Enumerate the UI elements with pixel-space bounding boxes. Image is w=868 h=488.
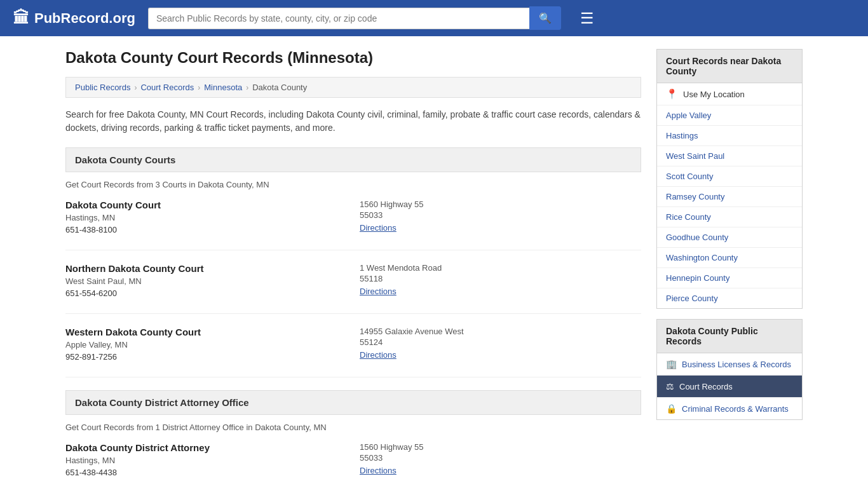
district-section-header: Dakota County District Attorney Office bbox=[65, 390, 641, 415]
sidebar-nearby-title: Court Records near Dakota County bbox=[656, 49, 803, 83]
sidebar-link-apple-valley[interactable]: Apple Valley bbox=[666, 111, 711, 120]
breadcrumb-sep-2: › bbox=[198, 83, 200, 92]
courts-section-header: Dakota County Courts bbox=[65, 147, 641, 172]
sidebar-item-pierce-county[interactable]: Pierce County bbox=[657, 288, 802, 308]
sidebar-item-apple-valley[interactable]: Apple Valley bbox=[657, 105, 802, 126]
sidebar-link-rice-county[interactable]: Rice County bbox=[666, 212, 711, 222]
directions-link-2[interactable]: Directions bbox=[360, 287, 397, 296]
sidebar-link-goodhue-county[interactable]: Goodhue County bbox=[666, 233, 728, 242]
breadcrumb-current: Dakota County bbox=[252, 83, 307, 92]
sidebar-link-washington-county[interactable]: Washington County bbox=[666, 253, 738, 262]
sidebar: Court Records near Dakota County 📍 Use M… bbox=[656, 49, 803, 488]
search-bar: 🔍 bbox=[148, 6, 561, 30]
court-street-3: 14955 Galaxie Avenue West bbox=[360, 327, 641, 336]
sidebar-item-ramsey-county[interactable]: Ramsey County bbox=[657, 187, 802, 207]
directions-link-1[interactable]: Directions bbox=[360, 223, 397, 233]
sidebar-item-washington-county[interactable]: Washington County bbox=[657, 248, 802, 268]
business-icon: 🏢 bbox=[666, 359, 677, 369]
location-icon: 📍 bbox=[666, 88, 678, 100]
sidebar-pub-business-link[interactable]: Business Licenses & Records bbox=[682, 360, 791, 369]
breadcrumb: Public Records › Court Records › Minneso… bbox=[65, 77, 641, 98]
court-phone-1: 651-438-8100 bbox=[65, 225, 347, 234]
da-name: Dakota County District Attorney bbox=[65, 442, 347, 453]
sidebar-link-ramsey-county[interactable]: Ramsey County bbox=[666, 192, 724, 201]
sidebar-nearby-list: 📍 Use My Location Apple Valley Hastings … bbox=[656, 83, 803, 309]
court-name-2: Northern Dakota County Court bbox=[65, 263, 347, 274]
da-phone: 651-438-4438 bbox=[65, 468, 347, 477]
court-phone-2: 651-554-6200 bbox=[65, 288, 347, 298]
court-name-1: Dakota County Court bbox=[65, 200, 347, 210]
sidebar-use-location[interactable]: 📍 Use My Location bbox=[657, 83, 802, 105]
district-section-desc: Get Court Records from 1 District Attorn… bbox=[65, 423, 641, 432]
sidebar-pub-business[interactable]: 🏢 Business Licenses & Records bbox=[657, 353, 802, 376]
header: 🏛 PubRecord.org 🔍 ☰ bbox=[0, 0, 868, 36]
court-entry-3: Western Dakota County Court Apple Valley… bbox=[65, 327, 641, 377]
sidebar-item-west-saint-paul[interactable]: West Saint Paul bbox=[657, 146, 802, 166]
courts-section-desc: Get Court Records from 3 Courts in Dakot… bbox=[65, 180, 641, 189]
sidebar-item-hastings[interactable]: Hastings bbox=[657, 126, 802, 146]
court-entry-da: Dakota County District Attorney Hastings… bbox=[65, 442, 641, 488]
court-zip-1: 55033 bbox=[360, 210, 641, 220]
sidebar-link-west-saint-paul[interactable]: West Saint Paul bbox=[666, 151, 724, 161]
court-zip-2: 55118 bbox=[360, 274, 641, 283]
directions-link-da[interactable]: Directions bbox=[360, 466, 397, 475]
court-icon: ⚖ bbox=[666, 381, 674, 391]
court-name-3: Western Dakota County Court bbox=[65, 327, 347, 337]
directions-link-3[interactable]: Directions bbox=[360, 350, 397, 360]
sidebar-pub-criminal-link[interactable]: Criminal Records & Warrants bbox=[682, 404, 789, 414]
sidebar-item-scott-county[interactable]: Scott County bbox=[657, 166, 802, 187]
court-street-2: 1 West Mendota Road bbox=[360, 263, 641, 273]
court-phone-3: 952-891-7256 bbox=[65, 352, 347, 362]
page-description: Search for free Dakota County, MN Court … bbox=[65, 108, 641, 135]
da-city: Hastings, MN bbox=[65, 456, 347, 465]
sidebar-link-hennepin-county[interactable]: Hennepin County bbox=[666, 273, 729, 283]
sidebar-item-hennepin-county[interactable]: Hennepin County bbox=[657, 268, 802, 288]
page-title: Dakota County Court Records (Minnesota) bbox=[65, 49, 641, 67]
court-entry-2: Northern Dakota County Court West Saint … bbox=[65, 263, 641, 314]
breadcrumb-court-records[interactable]: Court Records bbox=[140, 83, 194, 92]
criminal-icon: 🔒 bbox=[666, 403, 677, 414]
court-entry-1: Dakota County Court Hastings, MN 651-438… bbox=[65, 200, 641, 250]
main-content: Dakota County Court Records (Minnesota) … bbox=[65, 49, 641, 488]
court-city-1: Hastings, MN bbox=[65, 213, 347, 222]
breadcrumb-public-records[interactable]: Public Records bbox=[75, 83, 130, 92]
search-input[interactable] bbox=[148, 8, 529, 29]
use-location-label: Use My Location bbox=[683, 90, 745, 99]
da-street: 1560 Highway 55 bbox=[360, 442, 641, 452]
sidebar-public-list: 🏢 Business Licenses & Records ⚖ Court Re… bbox=[656, 353, 803, 420]
site-logo[interactable]: 🏛 PubRecord.org bbox=[13, 8, 135, 28]
court-city-3: Apple Valley, MN bbox=[65, 340, 347, 349]
sidebar-public-records-title: Dakota County Public Records bbox=[656, 319, 803, 353]
court-zip-3: 55124 bbox=[360, 337, 641, 347]
search-button[interactable]: 🔍 bbox=[529, 6, 561, 30]
sidebar-item-rice-county[interactable]: Rice County bbox=[657, 207, 802, 227]
sidebar-link-pierce-county[interactable]: Pierce County bbox=[666, 294, 718, 303]
sidebar-pub-court-link[interactable]: Court Records bbox=[679, 382, 733, 391]
sidebar-link-scott-county[interactable]: Scott County bbox=[666, 172, 713, 181]
breadcrumb-sep-1: › bbox=[134, 83, 137, 92]
sidebar-pub-court[interactable]: ⚖ Court Records bbox=[657, 376, 802, 398]
main-container: Dakota County Court Records (Minnesota) … bbox=[53, 36, 815, 488]
breadcrumb-minnesota[interactable]: Minnesota bbox=[204, 83, 242, 92]
sidebar-link-hastings[interactable]: Hastings bbox=[666, 131, 698, 140]
hamburger-menu[interactable]: ☰ bbox=[580, 10, 594, 27]
logo-text: PubRecord.org bbox=[34, 10, 135, 27]
sidebar-item-goodhue-county[interactable]: Goodhue County bbox=[657, 227, 802, 248]
logo-icon: 🏛 bbox=[13, 8, 29, 28]
court-city-2: West Saint Paul, MN bbox=[65, 276, 347, 286]
da-zip: 55033 bbox=[360, 453, 641, 463]
court-street-1: 1560 Highway 55 bbox=[360, 200, 641, 209]
breadcrumb-sep-3: › bbox=[246, 83, 248, 92]
sidebar-pub-criminal[interactable]: 🔒 Criminal Records & Warrants bbox=[657, 398, 802, 419]
